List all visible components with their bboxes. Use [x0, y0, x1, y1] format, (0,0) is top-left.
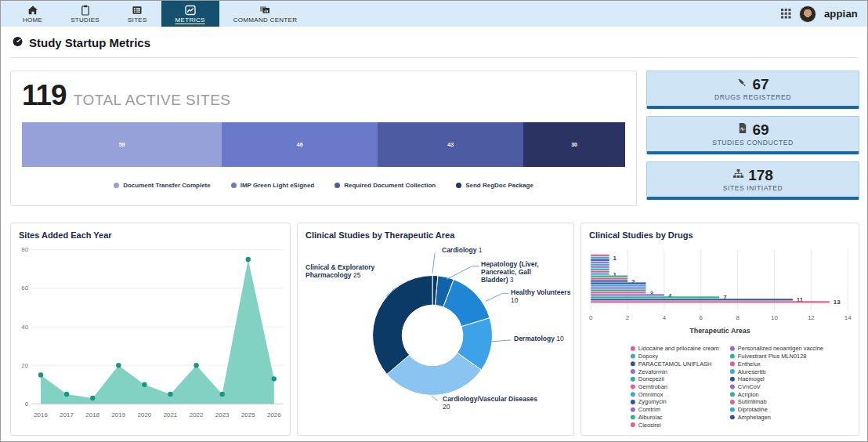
donut-label-name: Dermatology [514, 335, 556, 342]
svg-text:2021: 2021 [164, 411, 178, 418]
drug-legend-dot-sutimlimab [730, 400, 735, 404]
stat-label: DRUGS REGISTERED [714, 93, 791, 101]
drug-bar-lidocaine-and-prilocaine-cream [591, 255, 609, 256]
drug-legend-label: PARACETAMOL UNIFLASH [638, 360, 712, 368]
segment-value: 59 [119, 142, 125, 147]
drug-bar-personalized-neoantigen-vaccine [591, 266, 609, 268]
drug-legend-label: Acripion [738, 391, 759, 398]
tab-home[interactable]: HOME [9, 1, 56, 27]
page-title: Study Startup Metrics [29, 36, 150, 49]
summary-row: 119 TOTAL ACTIVE SITES 59464330 Document… [10, 71, 858, 206]
drug-legend-dot-donepezil [631, 377, 635, 382]
donut-label-name: Clinical & Exploratory Pharmacology [306, 263, 374, 279]
study-document-icon [736, 122, 748, 137]
svg-text:2017: 2017 [60, 411, 74, 418]
drug-bar-paracetamol-uniflash [591, 259, 609, 261]
drug-legend-label: Enthelux [738, 360, 761, 368]
drug-legend-label: Sutimlimab [738, 398, 767, 405]
tab-label: SITES [128, 16, 147, 24]
svg-text:10: 10 [771, 314, 778, 321]
svg-text:2026: 2026 [267, 411, 281, 418]
stat-label: SITES INITIATED [723, 184, 783, 192]
studies-by-drugs-card: Clinical Studies by Drugs 02468101214112… [580, 223, 859, 436]
svg-text:2019: 2019 [111, 411, 125, 418]
segment-value: 43 [447, 142, 454, 147]
tab-studies[interactable]: STUDIES [56, 1, 114, 27]
studies-by-therapeutic-area-card: Clinical Studies by Therapeutic Area Car… [297, 223, 574, 436]
tab-label: METRICS [175, 16, 205, 24]
nav-tabs: HOMESTUDIESSITESMETRICSCOMMAND CENTER [1, 1, 311, 27]
legend-item-send-regdoc-package: Send RegDoc Package [456, 182, 533, 189]
svg-text:Therapeutic Areas: Therapeutic Areas [689, 327, 750, 335]
tab-sites[interactable]: SITES [114, 1, 161, 27]
donut-label-cardiology: Cardiology 1 [442, 247, 536, 255]
app-grid-icon[interactable] [781, 9, 791, 19]
legend-item-required-document-collection: Required Document Collection [335, 182, 436, 189]
drug-legend-dot-comtrim [631, 408, 635, 412]
tab-command-center[interactable]: COMMAND CENTER [219, 1, 312, 27]
svg-text:13: 13 [834, 299, 841, 306]
drug-bar-donepezil [591, 276, 627, 277]
legend-item-document-transfer-complete: Document Transfer Complete [114, 182, 211, 189]
appian-logo: appian [824, 8, 858, 20]
svg-text:0: 0 [589, 314, 593, 321]
chart-title: Clinical Studies by Drugs [589, 230, 693, 240]
drug-legend-label: Aluresertib [738, 368, 766, 375]
legend-dot [335, 183, 340, 188]
svg-text:80: 80 [21, 246, 28, 253]
drug-bar-diprotadine [591, 274, 609, 275]
user-avatar[interactable] [799, 5, 816, 23]
total-active-sites-header: 119 TOTAL ACTIVE SITES [22, 81, 625, 110]
donut-label-value: 10 [556, 335, 563, 342]
legend-label: IMP Green Light eSigned [241, 182, 315, 189]
stat-value: 67 [752, 77, 769, 92]
gauge-icon [12, 35, 24, 50]
drug-legend-dot-cvncov [730, 384, 735, 389]
drug-legend-label: Alburolac [638, 414, 663, 421]
svg-text:12: 12 [808, 314, 815, 321]
drug-legend-dot-paracetamol-uniflash [631, 361, 635, 366]
legend-dot [114, 183, 119, 188]
drug-legend-dot-personalized-neoantigen-vaccine [730, 346, 735, 351]
drug-legend-label: CVnCoV [738, 383, 761, 390]
chart-title: Clinical Studies by Therapeutic Area [306, 230, 454, 240]
drug-legend-dot-acripion [730, 392, 735, 397]
drug-legend-label: Lidocaine and prilocaine cream [638, 345, 719, 352]
drug-legend-dot-omnimox [631, 392, 635, 397]
svg-text:2025: 2025 [241, 411, 255, 418]
drug-bar-haemogel [591, 280, 627, 281]
svg-text:2023: 2023 [215, 411, 230, 418]
drug-legend-dot-zevaformin [631, 369, 635, 374]
drug-bar-gemtroban [591, 277, 627, 279]
drug-bar-amphetagen [591, 299, 793, 300]
drug-legend-dot-fulvestrant-plus-mln0128 [730, 354, 735, 359]
donut-label-value: 1 [479, 246, 483, 254]
svg-text:40: 40 [21, 324, 28, 331]
stat-card-top: 178 [732, 168, 773, 183]
table-icon [132, 5, 143, 16]
drug-bar-cvncov [591, 287, 646, 288]
drug-bar-enthelux [591, 271, 609, 273]
legend-label: Document Transfer Complete [123, 182, 211, 189]
drug-bar-alburolac [591, 296, 719, 298]
svg-text:1: 1 [613, 255, 617, 262]
legend-label: Send RegDoc Package [465, 182, 533, 189]
drug-legend-dot-cleosirel [631, 422, 635, 427]
tab-metrics[interactable]: METRICS [161, 1, 219, 27]
sites-added-area-chart: 0204060802016201720182019202020212022202… [11, 223, 290, 435]
app-window: HOMESTUDIESSITESMETRICSCOMMAND CENTER ap… [0, 0, 868, 442]
stat-value: 178 [748, 168, 773, 183]
drug-legend-label: Amphetagen [738, 414, 771, 421]
donut-label-value: 25 [353, 271, 360, 279]
stat-label: STUDIES CONDUCTED [712, 139, 794, 147]
donut-label-cardiology-vascular-diseases: Cardiology/Vascular Diseases 20 [443, 396, 546, 411]
top-nav: HOMESTUDIESSITESMETRICSCOMMAND CENTER ap… [1, 1, 867, 27]
svg-text:2018: 2018 [85, 411, 99, 418]
drug-legend-dot-diprotadine [730, 408, 735, 412]
donut-slice-clinical-exploratory-pharmacology [373, 276, 432, 375]
chart-title: Sites Added Each Year [19, 230, 112, 240]
tab-label: HOME [23, 16, 42, 24]
drug-legend-label: Personalized neoantigen vaccine [738, 345, 823, 352]
stat-card-top: 67 [736, 77, 769, 92]
donut-label-healthy-volunteers: Healthy Volunteers 10 [511, 289, 572, 305]
